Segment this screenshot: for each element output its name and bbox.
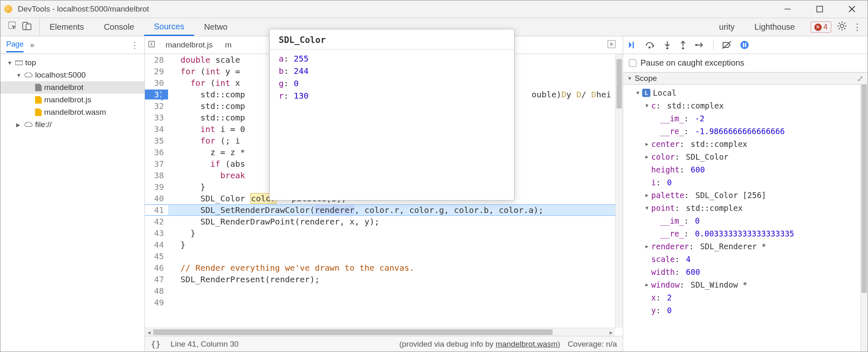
line-number[interactable]: 32 <box>145 101 168 111</box>
minimize-button[interactable] <box>783 4 792 14</box>
line-number[interactable]: 38 <box>145 170 168 180</box>
open-file-tab-partial[interactable]: m <box>222 40 235 50</box>
scope-variable[interactable]: width: 600 <box>623 265 868 278</box>
scope-variable[interactable]: i: 0 <box>623 176 868 189</box>
editor-statusbar: {} Line 41, Column 30 (provided via debu… <box>145 336 623 352</box>
line-number[interactable]: 30 <box>145 78 168 88</box>
tab-sources[interactable]: Sources <box>144 18 194 36</box>
code-line[interactable]: 47 SDL_RenderPresent(renderer); <box>145 274 615 285</box>
tab-console[interactable]: Console <box>94 18 144 36</box>
scope-variable[interactable]: ▼point: std::complex <box>623 201 868 214</box>
scope-variable[interactable]: ▶window: SDL_Window * <box>623 278 868 291</box>
scope-variable[interactable]: ▶palette: SDL_Color [256] <box>623 189 868 201</box>
line-number[interactable]: 34 <box>145 124 168 134</box>
scope-variable[interactable]: y: 0 <box>623 304 868 317</box>
resume-button[interactable] <box>627 40 636 50</box>
code-line[interactable]: 48 <box>145 285 615 297</box>
line-number[interactable]: 42 <box>145 217 168 227</box>
debug-source-link[interactable]: mandelbrot.wasm <box>496 340 557 348</box>
svg-point-25 <box>682 47 684 50</box>
svg-point-7 <box>840 24 844 28</box>
pause-on-caught-row[interactable]: Pause on caught exceptions <box>623 54 868 72</box>
line-number[interactable]: 49 <box>145 298 168 307</box>
inspect-element-icon[interactable] <box>8 21 18 33</box>
debugger-toolbar <box>623 36 868 54</box>
pause-caught-checkbox[interactable] <box>629 59 636 67</box>
scope-variable[interactable]: ▶renderer: SDL_Renderer * <box>623 240 868 253</box>
scope-variable[interactable]: __re_: -1.9866666666666666 <box>623 125 868 137</box>
settings-icon[interactable] <box>837 21 847 33</box>
close-button[interactable] <box>847 4 857 14</box>
scope-variable[interactable]: height: 600 <box>623 163 868 176</box>
line-number[interactable]: 33 <box>145 113 168 123</box>
horizontal-scrollbar[interactable]: ◂ ▸ <box>145 328 615 336</box>
more-menu-icon[interactable]: ⋮ <box>853 22 862 33</box>
line-number[interactable]: 28 <box>145 55 168 65</box>
tab-elements[interactable]: Elements <box>40 18 94 36</box>
tree-host[interactable]: ▼ localhost:5000 <box>0 69 145 81</box>
tab-network[interactable]: Netwo <box>194 18 237 36</box>
scroll-right-icon[interactable]: ▸ <box>607 327 615 336</box>
scope-variable[interactable]: __im_: -2 <box>623 112 868 125</box>
line-number[interactable]: 45 <box>145 251 168 261</box>
vertical-scrollbar[interactable] <box>615 54 623 328</box>
run-snippet-icon[interactable] <box>607 40 619 51</box>
line-number[interactable]: 37 <box>145 159 168 169</box>
navigator-more-tabs-icon[interactable]: » <box>30 41 34 50</box>
step-out-button[interactable] <box>679 40 687 50</box>
maximize-button[interactable] <box>815 4 825 14</box>
pause-exceptions-button[interactable] <box>740 40 749 50</box>
code-line[interactable]: 49 <box>145 297 615 308</box>
line-number[interactable]: 36 <box>145 147 168 157</box>
tree-file-mandelbrot-js[interactable]: mandelbrot.js <box>0 94 145 106</box>
code-line[interactable]: 45 <box>145 250 615 262</box>
line-number[interactable]: 47 <box>145 274 168 284</box>
scroll-left-icon[interactable]: ◂ <box>145 327 153 336</box>
line-number[interactable]: 31 <box>145 90 168 99</box>
line-number[interactable]: 44 <box>145 240 168 250</box>
line-number[interactable]: 43 <box>145 228 168 238</box>
navigator-tab-page[interactable]: Page <box>6 40 24 52</box>
tree-top[interactable]: ▼ top <box>0 57 145 69</box>
scope-variable[interactable]: ▶center: std::complex <box>623 137 868 150</box>
svg-rect-31 <box>745 43 746 47</box>
open-file-tab[interactable]: mandelbrot.js <box>162 40 216 50</box>
line-number[interactable]: 46 <box>145 263 168 273</box>
tab-lighthouse[interactable]: Lighthouse <box>745 18 805 36</box>
scope-label: Scope <box>635 74 657 83</box>
code-line[interactable]: 46 // Render everything we've drawn to t… <box>145 262 615 274</box>
deactivate-breakpoints-button[interactable] <box>722 40 732 50</box>
tab-security[interactable]: urity <box>719 18 745 36</box>
scope-local-header[interactable]: ▼ L Local <box>623 86 868 99</box>
code-line[interactable]: 44 } <box>145 239 615 250</box>
tree-file-mandelbrot-wasm[interactable]: mandelbrot.wasm <box>0 106 145 118</box>
device-toolbar-icon[interactable] <box>22 21 32 33</box>
scope-variable[interactable]: __im_: 0 <box>623 214 868 227</box>
tree-file-scheme[interactable]: ▶ file:// <box>0 118 145 131</box>
line-number[interactable]: 29 <box>145 66 168 76</box>
step-button[interactable] <box>695 40 705 50</box>
scope-variable[interactable]: ▼c: std::complex <box>623 99 868 112</box>
pretty-print-icon[interactable]: {} <box>151 339 161 349</box>
scope-section-header[interactable]: ▼Scope ⤢ <box>623 72 868 85</box>
code-line[interactable]: 43 } <box>145 227 615 239</box>
scope-variable[interactable]: x: 2 <box>623 291 868 304</box>
scope-scrollbar[interactable] <box>860 85 868 352</box>
navigator-menu-icon[interactable]: ⋮ <box>130 40 139 50</box>
line-number[interactable]: 35 <box>145 136 168 146</box>
code-line[interactable]: 41 SDL_SetRenderDrawColor(renderer, colo… <box>145 204 615 216</box>
tree-file-mandelbrot[interactable]: mandelbrot <box>0 81 145 94</box>
line-number[interactable]: 48 <box>145 286 168 296</box>
line-number[interactable]: 39 <box>145 182 168 192</box>
line-number[interactable]: 41 <box>145 205 168 215</box>
scope-variable[interactable]: __re_: 0.0033333333333333335 <box>623 227 868 240</box>
step-over-button[interactable] <box>645 40 655 50</box>
step-into-button[interactable] <box>664 40 671 50</box>
scope-variable[interactable]: scale: 4 <box>623 253 868 265</box>
nav-back-icon[interactable] <box>148 40 157 50</box>
scope-variable[interactable]: ▶color: SDL_Color <box>623 150 868 163</box>
error-badge[interactable]: ✕ 4 <box>811 21 831 33</box>
expand-icon[interactable]: ⤢ <box>857 74 863 83</box>
code-line[interactable]: 42 SDL_RenderDrawPoint(renderer, x, y); <box>145 216 615 227</box>
line-number[interactable]: 40 <box>145 194 168 203</box>
